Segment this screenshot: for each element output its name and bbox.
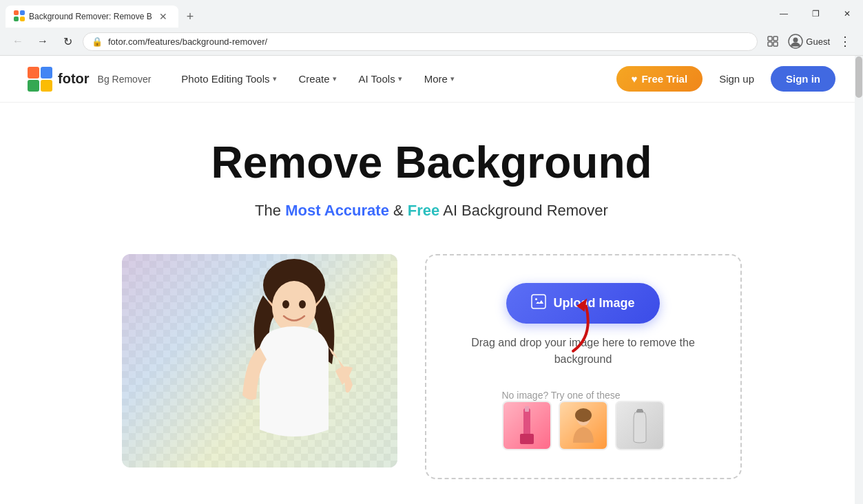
main-content: Remove Background The Most Accurate & Fr… <box>0 103 863 504</box>
svg-point-16 <box>272 281 316 333</box>
svg-rect-0 <box>14 10 19 15</box>
svg-rect-4 <box>768 36 772 41</box>
nav-more[interactable]: More ▾ <box>416 67 463 90</box>
heart-icon: ♥ <box>632 73 638 85</box>
new-tab-button[interactable]: + <box>181 7 200 27</box>
close-button[interactable]: ✕ <box>831 3 863 25</box>
tab-favicon <box>14 10 25 23</box>
svg-rect-12 <box>28 80 39 92</box>
browser-tab[interactable]: Background Remover: Remove B ✕ <box>6 6 178 28</box>
svg-point-17 <box>282 300 289 308</box>
nav-photo-editing-label: Photo Editing Tools <box>181 73 269 85</box>
profile-button[interactable]: Guest <box>788 34 830 49</box>
subtitle-suffix: AI Background Remover <box>443 202 608 219</box>
logo-badge: Bg Remover <box>98 74 152 85</box>
nav-ai-tools-label: AI Tools <box>359 73 395 85</box>
drag-prefix: Drag <box>471 337 498 348</box>
address-bar[interactable]: 🔒 fotor.com/features/background-remover/ <box>83 32 758 51</box>
hero-subtitle: The Most Accurate & Free AI Background R… <box>255 202 608 220</box>
svg-rect-10 <box>28 67 39 78</box>
chevron-down-icon: ▾ <box>273 74 277 83</box>
svg-point-18 <box>299 300 306 308</box>
logo-text: fotor <box>58 71 90 87</box>
extensions-button[interactable] <box>763 32 782 51</box>
sign-in-button[interactable]: Sign in <box>771 66 835 92</box>
nav-actions: ♥ Free Trial Sign up Sign in <box>616 66 835 92</box>
url-text: fotor.com/features/background-remover/ <box>108 36 749 47</box>
chevron-down-icon: ▾ <box>333 74 337 83</box>
upload-area[interactable]: Upload Image Drag and drop your image he… <box>425 254 742 479</box>
subtitle-separator: & <box>393 202 408 219</box>
tab-close-btn[interactable]: ✕ <box>156 10 170 23</box>
free-trial-button[interactable]: ♥ Free Trial <box>616 66 703 92</box>
upload-image-icon <box>531 294 546 313</box>
subtitle-prefix: The <box>255 202 285 219</box>
nav-more-label: More <box>424 73 448 85</box>
svg-point-20 <box>535 298 537 300</box>
tab-title: Background Remover: Remove B <box>29 12 152 21</box>
subtitle-accent2: Free <box>408 202 439 219</box>
sample-thumb-person[interactable] <box>559 401 608 450</box>
svg-rect-24 <box>525 406 529 412</box>
svg-rect-6 <box>768 42 772 46</box>
svg-rect-3 <box>20 17 25 21</box>
person-silhouette <box>208 258 380 468</box>
window-controls: — ❐ ✕ <box>768 3 863 25</box>
sample-section: No image? Try one of these <box>502 384 665 450</box>
lock-icon: 🔒 <box>92 36 103 47</box>
sample-thumb-bottle[interactable] <box>615 401 665 450</box>
chevron-down-icon: ▾ <box>450 74 455 83</box>
forward-button[interactable]: → <box>33 32 52 51</box>
nav-photo-editing[interactable]: Photo Editing Tools ▾ <box>173 67 284 90</box>
site-header: fotor Bg Remover Photo Editing Tools ▾ C… <box>0 56 863 103</box>
fotor-logo-icon <box>28 67 52 92</box>
logo-area[interactable]: fotor Bg Remover <box>28 67 151 92</box>
svg-rect-11 <box>41 67 52 78</box>
hero-area: Upload Image Drag and drop your image he… <box>122 254 742 479</box>
svg-rect-28 <box>637 409 643 412</box>
back-button[interactable]: ← <box>8 32 28 51</box>
nav-create[interactable]: Create ▾ <box>291 67 345 90</box>
hero-title: Remove Background <box>211 137 652 188</box>
refresh-button[interactable]: ↻ <box>58 32 77 51</box>
browser-chrome: Background Remover: Remove B ✕ + — ❐ ✕ ←… <box>0 0 863 56</box>
scrollbar-track[interactable] <box>855 56 863 504</box>
chrome-menu-button[interactable]: ⋮ <box>835 32 855 51</box>
nav-create-label: Create <box>299 73 330 85</box>
free-trial-label: Free Trial <box>641 73 687 85</box>
svg-rect-13 <box>41 80 52 92</box>
nav-ai-tools[interactable]: AI Tools ▾ <box>351 67 410 90</box>
svg-rect-1 <box>20 10 25 15</box>
svg-rect-22 <box>523 408 530 436</box>
maximize-button[interactable]: ❐ <box>800 3 831 25</box>
sign-up-button[interactable]: Sign up <box>711 67 762 90</box>
chevron-down-icon: ▾ <box>398 74 402 83</box>
sample-images <box>502 401 665 450</box>
demo-image <box>122 254 397 468</box>
svg-point-26 <box>575 408 592 422</box>
sample-thumb-lipstick[interactable] <box>502 401 552 450</box>
svg-rect-5 <box>773 36 778 41</box>
svg-rect-23 <box>520 434 534 444</box>
site-nav: Photo Editing Tools ▾ Create ▾ AI Tools … <box>173 67 594 90</box>
svg-point-9 <box>793 38 798 43</box>
profile-label: Guest <box>806 36 830 47</box>
svg-rect-7 <box>773 42 778 46</box>
subtitle-accent1: Most Accurate <box>285 202 389 219</box>
svg-rect-19 <box>532 295 545 308</box>
sample-label: No image? Try one of these <box>502 390 665 401</box>
svg-rect-2 <box>14 17 19 21</box>
minimize-button[interactable]: — <box>768 3 800 25</box>
scrollbar-thumb[interactable] <box>855 56 862 98</box>
